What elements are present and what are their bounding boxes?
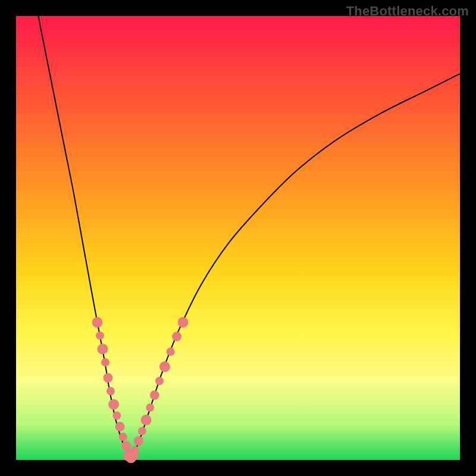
left-beads [103,373,112,383]
left-beads [101,358,109,367]
right-beads [138,427,146,436]
left-beads [112,411,121,419]
right-beads [159,361,170,372]
curve-layer [38,16,460,460]
right-curve [131,74,460,460]
right-beads [177,317,188,328]
left-beads [97,344,108,355]
left-beads [108,399,119,410]
left-beads [119,433,127,441]
right-beads [131,446,139,455]
right-beads [146,403,154,412]
chart-svg [16,16,460,460]
right-beads [167,347,175,356]
chart-frame: TheBottleneck.com [0,0,476,476]
left-beads [92,317,103,328]
left-beads [96,331,104,340]
left-beads [107,387,115,395]
right-beads [150,390,159,400]
left-curve [38,16,131,460]
bead-layer [92,317,189,464]
right-beads [172,332,181,342]
right-beads [141,415,152,425]
left-beads [115,422,125,431]
right-beads [155,377,164,385]
right-beads [134,436,143,446]
